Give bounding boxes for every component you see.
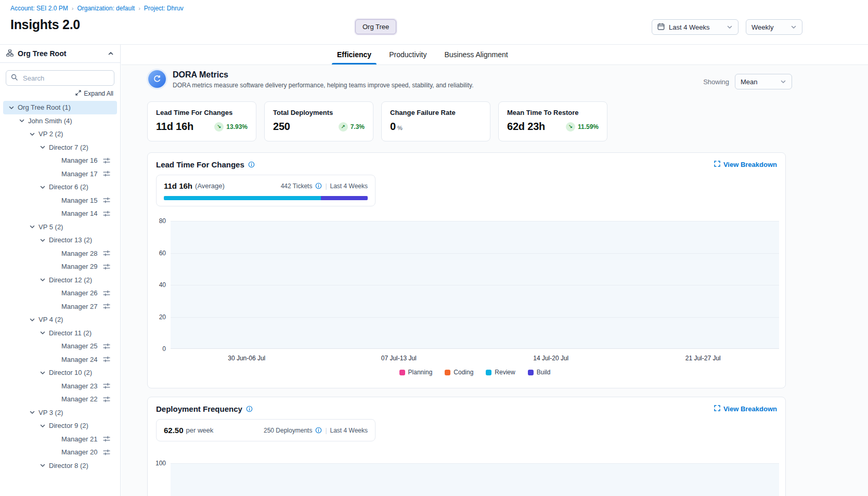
date-range-select[interactable]: Last 4 Weeks: [652, 19, 739, 35]
dora-metric-cards: Lead Time For Changes11d 16h↘13.93%Total…: [147, 101, 607, 141]
search-icon: [11, 73, 18, 83]
chevron-down-icon[interactable]: [40, 423, 47, 429]
filter-icon[interactable]: [103, 171, 110, 177]
tree-item-label: Manager 14: [61, 210, 97, 217]
tab-productivity[interactable]: Productivity: [388, 45, 427, 64]
filter-icon[interactable]: [103, 396, 110, 402]
tab-business-alignment[interactable]: Business Alignment: [444, 45, 509, 64]
chevron-down-icon[interactable]: [40, 330, 47, 336]
chevron-down-icon: [780, 79, 786, 85]
chevron-down-icon[interactable]: [29, 224, 36, 230]
filter-icon[interactable]: [103, 303, 110, 309]
tree-item-director-6-2[interactable]: Director 6 (2): [3, 180, 117, 194]
filter-icon[interactable]: [103, 158, 110, 164]
chevron-down-icon[interactable]: [19, 118, 26, 124]
info-icon[interactable]: [246, 406, 253, 412]
filter-icon[interactable]: [103, 211, 110, 217]
tree-item-vp-4-2[interactable]: VP 4 (2): [3, 313, 117, 327]
search-input[interactable]: [22, 74, 115, 83]
tree-item-director-12-2[interactable]: Director 12 (2): [3, 273, 117, 287]
chevron-down-icon[interactable]: [40, 144, 47, 150]
info-icon[interactable]: [315, 182, 322, 189]
org-tree-button[interactable]: Org Tree: [355, 19, 396, 34]
filter-icon[interactable]: [103, 197, 110, 203]
view-breakdown-button[interactable]: View Breakdown: [714, 405, 777, 413]
tree-item-director-11-2[interactable]: Director 11 (2): [3, 327, 117, 340]
chevron-down-icon[interactable]: [29, 131, 36, 137]
filter-icon[interactable]: [103, 383, 110, 389]
chevron-down-icon[interactable]: [29, 317, 36, 323]
chevron-down-icon[interactable]: [40, 462, 47, 468]
deployments-count: 250 Deployments: [264, 427, 312, 434]
tree-item-label: Org Tree Root (1): [18, 103, 71, 111]
lead-time-plot: [171, 221, 779, 349]
chevron-down-icon[interactable]: [40, 370, 47, 376]
metric-card-row: 62d 23h↘11.59%: [507, 121, 599, 133]
tree-item-manager-24[interactable]: Manager 24: [3, 353, 117, 367]
chevron-up-icon[interactable]: [108, 50, 114, 57]
sidebar-search[interactable]: [6, 70, 114, 86]
metric-card-value: 250: [273, 121, 290, 133]
tree-item-manager-26[interactable]: Manager 26: [3, 286, 117, 300]
tree-item-manager-29[interactable]: Manager 29: [3, 260, 117, 273]
tree-item-manager-16[interactable]: Manager 16: [3, 154, 117, 167]
filter-icon[interactable]: [103, 250, 110, 256]
metric-card-row: 11d 16h↘13.93%: [156, 121, 248, 133]
tree-item-director-10-2[interactable]: Director 10 (2): [3, 366, 117, 380]
tree-item-manager-28[interactable]: Manager 28: [3, 247, 117, 260]
lead-time-average-qualifier: (Average): [195, 182, 225, 190]
tree-item-label: Manager 15: [61, 197, 97, 204]
legend-label: Build: [537, 369, 551, 376]
tree-item-manager-21[interactable]: Manager 21: [3, 433, 117, 446]
filter-icon[interactable]: [103, 343, 110, 349]
tree-item-manager-22[interactable]: Manager 22: [3, 393, 117, 406]
chevron-down-icon[interactable]: [40, 237, 47, 243]
tree-item-manager-14[interactable]: Manager 14: [3, 207, 117, 220]
filter-icon[interactable]: [103, 264, 110, 270]
view-breakdown-button[interactable]: View Breakdown: [714, 161, 777, 168]
filter-icon[interactable]: [103, 436, 110, 442]
chevron-down-icon[interactable]: [40, 277, 47, 283]
tree-item-vp-3-2[interactable]: VP 3 (2): [3, 406, 117, 420]
tree-item-director-7-2[interactable]: Director 7 (2): [3, 141, 117, 154]
tree-item-manager-27[interactable]: Manager 27: [3, 300, 117, 314]
breadcrumb-link-organization[interactable]: Organization: default: [77, 5, 135, 12]
expand-all-button[interactable]: Expand All: [0, 86, 120, 97]
tree-item-john-smith-4[interactable]: John Smith (4): [3, 114, 117, 128]
breadcrumb-link-account[interactable]: Account: SEI 2.0 PM: [10, 5, 68, 12]
tree-item-label: Manager 26: [61, 289, 97, 297]
chevron-down-icon[interactable]: [40, 184, 47, 190]
tree-item-director-8-2[interactable]: Director 8 (2): [3, 459, 117, 473]
tree-item-director-13-2[interactable]: Director 13 (2): [3, 233, 117, 247]
tab-efficiency[interactable]: Efficiency: [336, 45, 372, 64]
legend-swatch-planning: [399, 370, 405, 375]
tree-item-vp-5-2[interactable]: VP 5 (2): [3, 220, 117, 234]
legend-item-planning: Planning: [399, 369, 433, 376]
filter-icon[interactable]: [103, 356, 110, 362]
breadcrumb-separator: ›: [138, 5, 140, 11]
info-icon[interactable]: [315, 427, 322, 434]
legend-swatch-coding: [445, 370, 450, 375]
granularity-select[interactable]: Weekly: [746, 19, 802, 35]
tree-item-manager-25[interactable]: Manager 25: [3, 340, 117, 353]
tree-item-director-9-2[interactable]: Director 9 (2): [3, 419, 117, 433]
tree-item-vp-2-2[interactable]: VP 2 (2): [3, 127, 117, 141]
view-breakdown-label: View Breakdown: [723, 161, 777, 168]
tree-item-manager-20[interactable]: Manager 20: [3, 446, 117, 459]
tree-item-manager-15[interactable]: Manager 15: [3, 194, 117, 207]
tree-item-manager-17[interactable]: Manager 17: [3, 167, 117, 181]
filter-icon[interactable]: [103, 290, 110, 296]
showing-select[interactable]: Mean: [735, 74, 792, 89]
filter-icon[interactable]: [103, 449, 110, 455]
tree-item-org-tree-root-1[interactable]: Org Tree Root (1): [3, 101, 117, 114]
date-range-value: Last 4 Weeks: [669, 23, 710, 31]
x-axis-label: 14 Jul-20 Jul: [533, 355, 568, 362]
breadcrumb-link-project[interactable]: Project: Dhruv: [144, 5, 184, 12]
chevron-down-icon[interactable]: [8, 105, 16, 111]
chevron-down-icon[interactable]: [29, 409, 36, 415]
tree-item-manager-23[interactable]: Manager 23: [3, 380, 117, 393]
tree-item-label: Manager 28: [61, 250, 97, 257]
info-icon[interactable]: [248, 161, 255, 168]
showing-control: Showing Mean: [703, 74, 792, 89]
y-axis-tick: 60: [159, 250, 166, 257]
